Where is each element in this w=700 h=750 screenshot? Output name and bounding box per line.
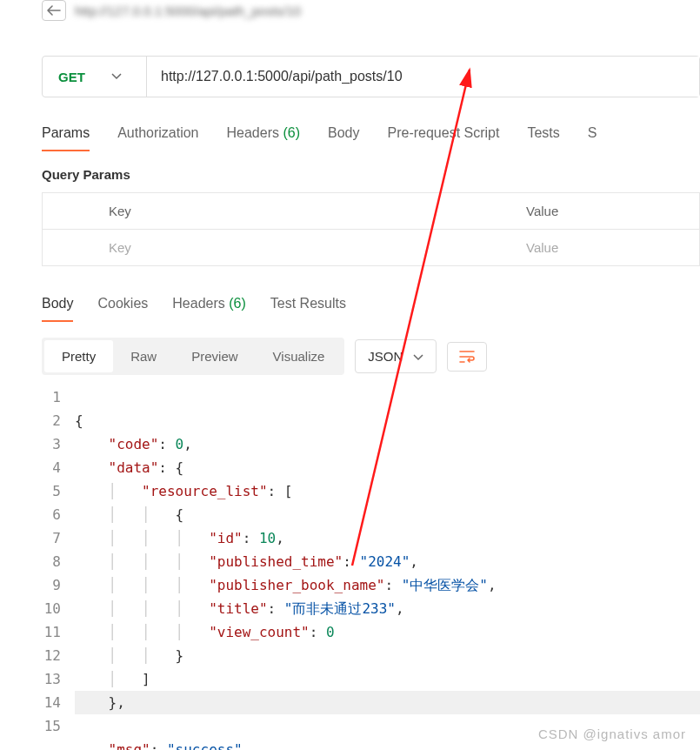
response-tabs: Body Cookies Headers (6) Test Results — [42, 296, 700, 322]
view-raw[interactable]: Raw — [113, 340, 174, 372]
history-bar: http://127.0.0.1:5000/api/path_posts/10 — [42, 0, 700, 30]
format-select[interactable]: JSON — [355, 339, 437, 373]
resp-tab-testresults[interactable]: Test Results — [270, 296, 346, 322]
value-header: Value — [512, 193, 699, 229]
back-arrow-icon — [47, 5, 61, 16]
request-bar: GET — [42, 56, 700, 97]
wrap-toggle-button[interactable] — [447, 342, 487, 372]
view-mode-tabs: Pretty Raw Preview Visualize — [42, 338, 344, 375]
query-params-title: Query Params — [42, 167, 700, 182]
view-pretty[interactable]: Pretty — [44, 340, 113, 372]
query-params-table: Key Value Key Value — [42, 192, 700, 266]
resp-headers-count: (6) — [229, 296, 246, 311]
method-select[interactable]: GET — [43, 57, 147, 97]
chevron-down-icon — [413, 349, 423, 364]
view-preview[interactable]: Preview — [174, 340, 255, 372]
back-button[interactable] — [42, 0, 66, 21]
tab-prerequest[interactable]: Pre-request Script — [387, 125, 499, 151]
tab-authorization[interactable]: Authorization — [117, 125, 198, 151]
tab-headers[interactable]: Headers (6) — [227, 125, 301, 151]
key-header: Key — [95, 193, 512, 229]
url-input[interactable] — [147, 57, 699, 97]
view-controls: Pretty Raw Preview Visualize JSON — [42, 338, 700, 375]
chevron-down-icon — [111, 70, 122, 83]
value-placeholder[interactable]: Value — [512, 230, 699, 265]
line-gutter: 1 2 3 4 5 6 7 8 9 10 11 12 13 14 15 — [42, 385, 75, 750]
resp-tab-cookies[interactable]: Cookies — [97, 296, 148, 322]
resp-tab-headers[interactable]: Headers (6) — [172, 296, 246, 322]
tab-settings[interactable]: S — [588, 125, 597, 151]
resp-headers-label: Headers — [172, 296, 224, 311]
tab-tests[interactable]: Tests — [527, 125, 559, 151]
view-visualize[interactable]: Visualize — [256, 340, 343, 372]
tab-params[interactable]: Params — [42, 125, 90, 151]
tab-headers-label: Headers — [227, 125, 279, 140]
format-label: JSON — [368, 349, 403, 364]
params-input-row[interactable]: Key Value — [43, 230, 699, 265]
request-tabs: Params Authorization Headers (6) Body Pr… — [42, 125, 700, 151]
response-body: 1 2 3 4 5 6 7 8 9 10 11 12 13 14 15 { "c… — [42, 385, 700, 750]
watermark: CSDN @ignativs amor — [538, 727, 686, 741]
tab-body[interactable]: Body — [328, 125, 359, 151]
code-lines[interactable]: { "code": 0, "data": { │ "resource_list"… — [75, 385, 700, 750]
resp-tab-body[interactable]: Body — [42, 296, 73, 322]
params-header-row: Key Value — [43, 193, 699, 230]
headers-count: (6) — [283, 125, 300, 140]
method-label: GET — [58, 70, 85, 84]
history-url: http://127.0.0.1:5000/api/path_posts/10 — [75, 3, 301, 18]
key-placeholder[interactable]: Key — [95, 230, 512, 265]
wrap-icon — [458, 350, 476, 364]
